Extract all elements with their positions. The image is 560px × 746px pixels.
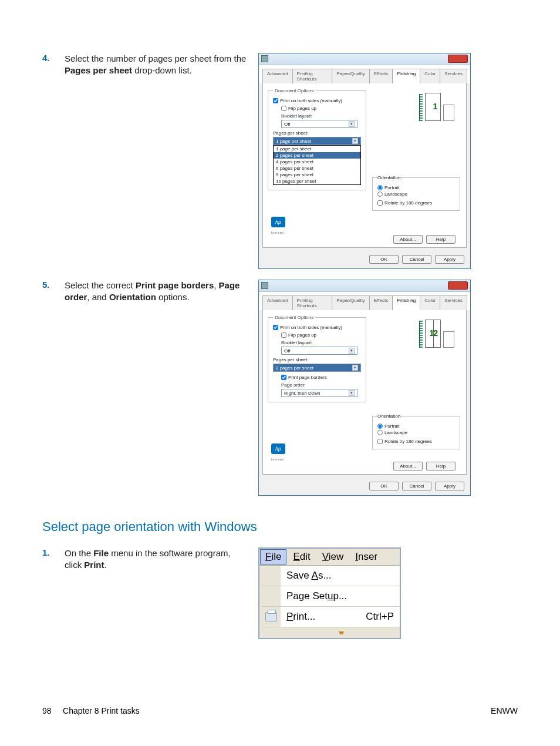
page-icon: 1: [425, 93, 441, 121]
booklet-layout-combo[interactable]: Off▾: [281, 347, 357, 355]
pps-option[interactable]: 9 pages per sheet: [274, 172, 360, 178]
page-number: 98: [42, 706, 52, 715]
apply-button[interactable]: Apply: [435, 255, 464, 264]
tab-color[interactable]: Color: [420, 295, 440, 310]
step-number: 4.: [42, 53, 65, 269]
legend: Orientation: [377, 414, 400, 419]
document-options-group: Document Options Print on both sides (ma…: [268, 315, 366, 402]
print-properties-dialog: Advanced Printing Shortcuts Paper/Qualit…: [258, 280, 471, 496]
pages-per-sheet-combo[interactable]: 1 page per sheet▾: [273, 137, 361, 145]
pps-option[interactable]: 6 pages per sheet: [274, 165, 360, 172]
tab-advanced[interactable]: Advanced: [262, 69, 293, 83]
tab-finishing[interactable]: Finishing: [392, 69, 420, 83]
dialog-screenshot-page-borders: Advanced Printing Shortcuts Paper/Qualit…: [258, 280, 471, 496]
tab-effects[interactable]: Effects: [369, 69, 393, 83]
bold: Pages per sheet: [65, 65, 132, 75]
landscape-radio[interactable]: Landscape: [377, 430, 455, 435]
tab-finishing[interactable]: Finishing: [392, 295, 420, 310]
tab-shortcuts[interactable]: Printing Shortcuts: [292, 69, 333, 83]
legend: Orientation: [377, 175, 400, 180]
menu-insert[interactable]: Inser: [349, 549, 383, 565]
tab-color[interactable]: Color: [420, 69, 440, 83]
app-icon: [261, 282, 268, 289]
menu-item-page-setup[interactable]: Page Setup...: [262, 586, 400, 606]
pps-option[interactable]: 1 page per sheet: [274, 146, 360, 152]
menu-edit[interactable]: Edit: [287, 549, 316, 565]
page-order-label: Page order:: [281, 382, 361, 388]
step-number: 1.: [42, 547, 65, 639]
step-1: 1. On the File menu in the software prog…: [42, 547, 518, 639]
rotate-checkbox[interactable]: Rotate by 180 degrees: [377, 200, 432, 206]
portrait-radio[interactable]: Portrait: [377, 424, 455, 429]
cancel-button[interactable]: Cancel: [402, 255, 431, 264]
orientation-group-container: Orientation Portrait Landscape Rotate by…: [372, 414, 460, 449]
pages-per-sheet-label: Pages per sheet:: [273, 357, 361, 362]
titlebar: [259, 53, 470, 65]
dialog-footer: OK Cancel Apply: [259, 478, 470, 495]
print-page-borders-checkbox[interactable]: Print page borders: [281, 375, 327, 380]
dialog-screenshot-pages-per-sheet: Advanced Printing Shortcuts Paper/Qualit…: [258, 53, 471, 269]
tab-paper-quality[interactable]: Paper/Quality: [332, 295, 369, 310]
about-button[interactable]: About...: [393, 462, 423, 471]
print-both-sides-checkbox[interactable]: Print on both sides (manually): [273, 98, 342, 103]
menu-expand[interactable]: ▾▾: [262, 627, 400, 638]
landscape-radio[interactable]: Landscape: [377, 191, 455, 197]
menu-view[interactable]: View: [316, 549, 350, 565]
spiral-binding-icon: [419, 321, 423, 348]
pps-option[interactable]: 4 pages per sheet: [274, 159, 360, 165]
pages-per-sheet-combo[interactable]: 2 pages per sheet▾: [273, 364, 361, 372]
page-preview: 1: [419, 86, 454, 121]
tab-services[interactable]: Services: [440, 295, 467, 310]
pps-option[interactable]: 2 pages per sheet: [274, 152, 360, 159]
chapter-title: Chapter 8 Print tasks: [63, 706, 140, 715]
tab-advanced[interactable]: Advanced: [262, 295, 293, 310]
tab-effects[interactable]: Effects: [369, 295, 393, 310]
menu-item-print[interactable]: Print...Ctrl+P: [262, 606, 400, 627]
page-order-combo[interactable]: Right, then Down▾: [281, 389, 357, 397]
print-both-sides-checkbox[interactable]: Print on both sides (manually): [273, 325, 342, 330]
menu-item-save-as[interactable]: Save As...: [262, 566, 400, 586]
help-button[interactable]: Help: [426, 462, 456, 471]
apply-button[interactable]: Apply: [435, 482, 464, 490]
footer-right: ENWW: [491, 706, 518, 715]
rotate-checkbox[interactable]: Rotate by 180 degrees: [377, 439, 432, 444]
tab-body: Document Options Print on both sides (ma…: [262, 83, 467, 248]
page-footer: 98 Chapter 8 Print tasks ENWW: [42, 706, 518, 715]
pps-option[interactable]: 16 pages per sheet: [274, 178, 360, 184]
ok-button[interactable]: OK: [369, 255, 399, 264]
cancel-button[interactable]: Cancel: [402, 482, 431, 490]
flip-pages-up-checkbox[interactable]: Flip pages up: [281, 106, 316, 111]
about-button[interactable]: About...: [393, 235, 423, 244]
app-icon: [261, 55, 268, 62]
hp-logo-icon: hp: [271, 217, 285, 227]
menu-file[interactable]: File: [260, 549, 286, 564]
titlebar: [259, 280, 470, 292]
flip-pages-up-checkbox[interactable]: Flip pages up: [281, 332, 316, 338]
portrait-radio[interactable]: Portrait: [377, 185, 455, 190]
hp-logo-icon: hp: [271, 443, 285, 454]
booklet-layout-combo[interactable]: Off▾: [281, 120, 357, 128]
spiral-binding-icon: [419, 94, 423, 121]
tab-body: Document Options Print on both sides (ma…: [262, 310, 467, 475]
orientation-group-container: Orientation Portrait Landscape Rotate by…: [372, 175, 460, 211]
page-icon: 12: [425, 320, 441, 348]
text: drop-down list.: [132, 65, 192, 75]
footer-left: 98 Chapter 8 Print tasks: [42, 706, 140, 715]
tab-services[interactable]: Services: [440, 69, 467, 83]
document-options-group: Document Options Print on both sides (ma…: [268, 88, 366, 190]
pages-per-sheet-dropdown[interactable]: 1 page per sheet 2 pages per sheet 4 pag…: [273, 145, 361, 185]
menubar: File Edit View Inser: [259, 549, 400, 566]
step-5: 5. Select the correct Print page borders…: [42, 280, 518, 496]
booklet-layout-label: Booklet layout:: [281, 113, 361, 119]
file-menu-screenshot: File Edit View Inser Save As... Page Set…: [258, 547, 401, 639]
step-4: 4. Select the number of pages per sheet …: [42, 53, 518, 269]
pages-per-sheet-label: Pages per sheet:: [273, 130, 361, 136]
tab-shortcuts[interactable]: Printing Shortcuts: [292, 295, 333, 310]
close-icon[interactable]: [448, 55, 468, 63]
ok-button[interactable]: OK: [369, 482, 399, 490]
tabs: Advanced Printing Shortcuts Paper/Qualit…: [259, 65, 470, 83]
tab-paper-quality[interactable]: Paper/Quality: [332, 69, 369, 83]
page-preview: 12: [419, 312, 454, 348]
help-button[interactable]: Help: [426, 235, 456, 244]
close-icon[interactable]: [448, 281, 468, 290]
